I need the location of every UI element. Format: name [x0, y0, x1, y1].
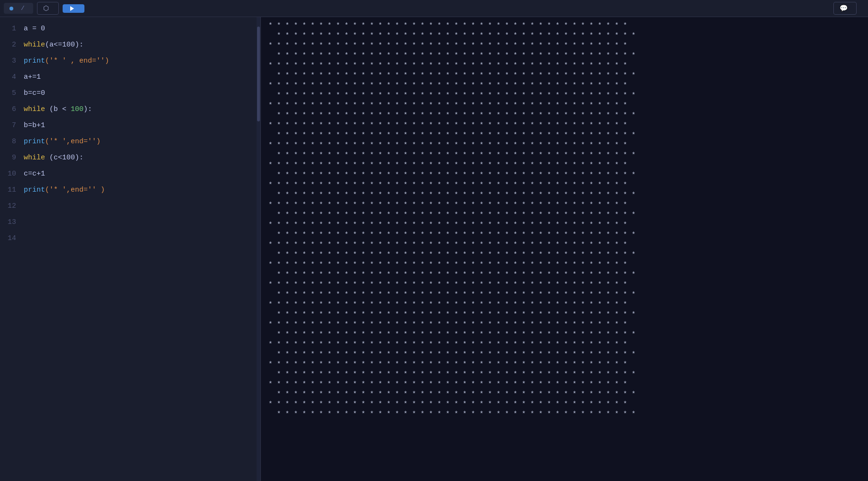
line-number: 2: [0, 37, 24, 53]
code-line: 13: [0, 214, 260, 231]
code-line: 5 b=c=0: [0, 85, 260, 102]
line-content: b=c=0: [24, 85, 260, 102]
line-number: 4: [0, 69, 24, 85]
line-number: 5: [0, 85, 24, 102]
ai-icon: 💬: [840, 4, 848, 12]
code-line: 12: [0, 198, 260, 214]
output-panel: * * * * * * * * * * * * * * * * * * * * …: [261, 17, 868, 481]
scrollbar-thumb[interactable]: [257, 27, 260, 121]
code-line: 8 print('* ',end=''): [0, 134, 260, 150]
line-number: 1: [0, 21, 24, 37]
format-button[interactable]: ⬡: [37, 2, 59, 15]
line-number: 6: [0, 102, 24, 118]
line-content: a+=1: [24, 69, 260, 85]
scrollbar-area: [257, 17, 260, 481]
tab-dot: [9, 7, 13, 10]
run-button[interactable]: [63, 4, 84, 13]
line-content: print('* ' , end=''): [24, 53, 260, 69]
play-icon: [70, 6, 74, 11]
code-editor-panel[interactable]: 1a = 02while(a<=100):3 print('* ' , end=…: [0, 17, 261, 481]
line-content: while (b < 100):: [24, 102, 260, 118]
ask-ai-button[interactable]: 💬: [833, 2, 857, 15]
code-line: 4 a+=1: [0, 69, 260, 85]
line-content: c=c+1: [24, 166, 260, 182]
code-lines: 1a = 02while(a<=100):3 print('* ' , end=…: [0, 17, 260, 250]
line-number: 7: [0, 118, 24, 134]
code-line: 7 b=b+1: [0, 118, 260, 134]
line-number: 8: [0, 134, 24, 150]
code-line: 14: [0, 231, 260, 247]
line-number: 10: [0, 166, 24, 182]
line-number: 3: [0, 53, 24, 69]
line-number: 12: [0, 198, 24, 214]
line-content: while(a<=100):: [24, 37, 260, 53]
format-icon: ⬡: [43, 4, 49, 12]
code-line: 9 while (c<100):: [0, 150, 260, 166]
main-content: 1a = 02while(a<=100):3 print('* ' , end=…: [0, 17, 868, 481]
line-number: 11: [0, 182, 24, 198]
code-line: 1a = 0: [0, 21, 260, 37]
line-number: 13: [0, 214, 24, 231]
top-bar: / ⬡ 💬: [0, 0, 868, 17]
output-content: * * * * * * * * * * * * * * * * * * * * …: [268, 21, 860, 419]
code-line: 2while(a<=100):: [0, 37, 260, 53]
code-line: 3 print('* ' , end=''): [0, 53, 260, 69]
line-number: 9: [0, 150, 24, 166]
code-line: 11 print('* ',end='' ): [0, 182, 260, 198]
line-content: while (c<100):: [24, 150, 260, 166]
code-line: 6 while (b < 100):: [0, 102, 260, 118]
line-content: b=b+1: [24, 118, 260, 134]
line-content: print('* ',end=''): [24, 134, 260, 150]
main-tab[interactable]: /: [4, 3, 33, 14]
code-line: 10 c=c+1: [0, 166, 260, 182]
line-content: a = 0: [24, 21, 260, 37]
tab-more: /: [21, 5, 25, 12]
line-content: print('* ',end='' ): [24, 182, 260, 198]
line-number: 14: [0, 231, 24, 247]
